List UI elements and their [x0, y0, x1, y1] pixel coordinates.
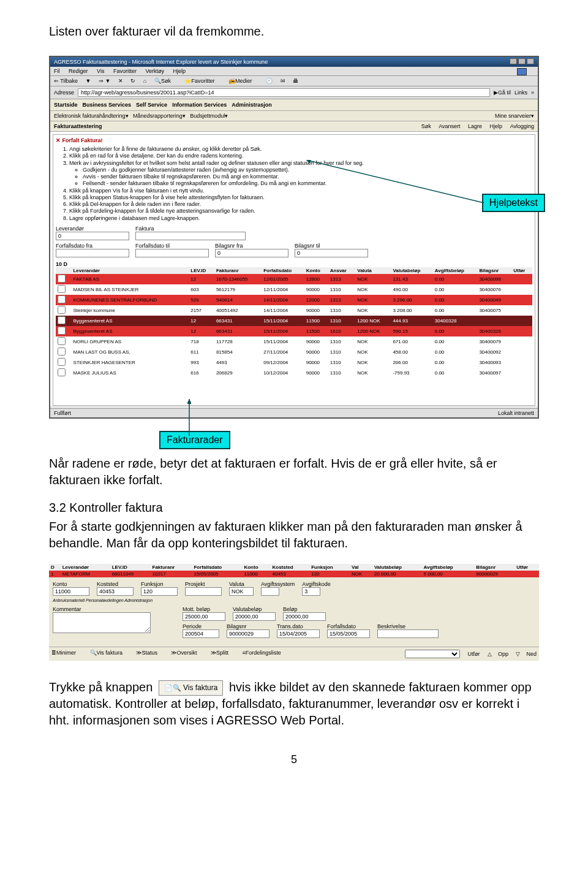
bel-input[interactable] [283, 612, 326, 621]
topnav-self[interactable]: Self Service [136, 102, 167, 108]
status-left: Fullført [54, 410, 71, 416]
min-icon[interactable] [510, 58, 517, 64]
valuta-input[interactable] [229, 587, 254, 596]
row-checkbox[interactable] [58, 316, 66, 324]
kontering-form: Konto Koststed Funksjon Prosjekt Valuta … [49, 577, 539, 647]
mail-icon[interactable]: ✉ [281, 78, 285, 84]
table-row[interactable]: FAKTAB AS121670-134605512/01/20051280013… [56, 274, 532, 284]
row-checkbox[interactable] [58, 295, 66, 303]
fwd-button[interactable]: ⇒ ▼ [99, 78, 110, 84]
act-avlogging[interactable]: Avlogging [510, 123, 534, 129]
tb-ned[interactable]: ▽Ned [516, 651, 537, 657]
close-icon[interactable] [527, 58, 534, 64]
tb-oversikt[interactable]: ≫Oversikt [171, 650, 203, 656]
til-label: Forfallsdato til [135, 243, 209, 249]
menu-fav[interactable]: Favoritter [113, 68, 137, 74]
screenshot-2-wrap: DLeverandørLEV.IDFakturanrForfallsdatoKo… [49, 564, 539, 661]
row-checkbox[interactable] [58, 327, 66, 335]
table-row[interactable]: Byggesenteret AS1266343115/11/2004115001… [56, 326, 532, 336]
col-header: Konto [242, 564, 270, 571]
table-row[interactable]: MASKE JULIUS AS61620682910/12/2004900001… [56, 368, 532, 378]
tb-fordeling[interactable]: ≡Fordelingsliste [243, 650, 287, 656]
tb-status[interactable]: ≫Status [136, 650, 164, 656]
mott-input[interactable] [183, 612, 225, 621]
vis-faktura-button[interactable]: 📄🔍Vis faktura [159, 680, 223, 695]
subnav-budsjett[interactable]: Budsjettmodul▾ [190, 113, 228, 119]
menu-hjelp[interactable]: Hjelp [173, 68, 186, 74]
search-button[interactable]: 🔍Søk [154, 78, 177, 84]
fak-input[interactable] [135, 232, 246, 240]
tb-visfaktura[interactable]: 🔍Vis faktura [90, 650, 129, 656]
stop-icon[interactable]: ✕ [118, 78, 123, 84]
address-input[interactable] [78, 88, 490, 97]
bil-label: Bilagsnr [227, 623, 270, 629]
crumb-row: Fakturaattestering Søk Avansert Lagre Hj… [50, 121, 538, 132]
trd-input[interactable] [277, 629, 320, 638]
topnav-info[interactable]: Information Services [172, 102, 227, 108]
fav-button[interactable]: ⭐Favoritter [184, 78, 221, 84]
history-icon[interactable]: 🕘 [266, 78, 273, 84]
table-row[interactable]: STEINKJER HAGESENTER993449309/12/2004900… [56, 357, 532, 368]
subnav-maaned[interactable]: Månedsrapportering▾ [133, 113, 186, 119]
menu-verktoy[interactable]: Verktøy [145, 68, 164, 74]
row-checkbox[interactable] [58, 368, 66, 376]
table-row[interactable]: KOMMUNENES SENTRALFORBUND52654061414/11/… [56, 295, 532, 305]
media-button[interactable]: 📻Medier [228, 78, 258, 84]
prosjekt-input[interactable] [185, 587, 222, 596]
row-checkbox[interactable] [58, 358, 66, 366]
fak-label: Faktura [135, 226, 246, 232]
avgkode-input[interactable] [302, 587, 320, 596]
menu-fil[interactable]: Fil [54, 68, 60, 74]
btil-input[interactable] [295, 249, 368, 257]
tb-select[interactable] [405, 650, 460, 658]
kommentar-input[interactable] [53, 612, 151, 633]
act-hjelp[interactable]: Hjelp [490, 123, 503, 129]
act-sok[interactable]: Søk [421, 123, 431, 129]
refresh-icon[interactable]: ↻ [130, 78, 135, 84]
row-checkbox[interactable] [58, 337, 66, 345]
konto-input[interactable] [53, 587, 89, 596]
valbel-input[interactable] [233, 612, 276, 621]
row-checkbox[interactable] [58, 285, 66, 293]
links-label[interactable]: Links [514, 89, 527, 96]
table-row[interactable]: MAN LAST OG BUSS AS,61181585427/11/20049… [56, 347, 532, 357]
table-row[interactable]: MADSEN BIL AS STEINKJER603561217912/11/2… [56, 284, 532, 295]
tb-minimer[interactable]: ≣Minimer [51, 650, 82, 656]
row-checkbox[interactable] [58, 275, 66, 283]
til-input[interactable] [135, 249, 209, 257]
lev-input[interactable] [56, 232, 129, 240]
menu-vis[interactable]: Vis [97, 68, 104, 74]
act-avansert[interactable]: Avansert [439, 123, 460, 129]
funksjon-input[interactable] [141, 587, 178, 596]
tb-splitt[interactable]: ≫Splitt [211, 650, 235, 656]
fra-input[interactable] [56, 249, 129, 257]
per-input[interactable] [183, 629, 219, 638]
table-row[interactable]: Byggesenteret AS1266343115/11/2004115001… [56, 316, 532, 326]
tb-opp[interactable]: △Opp [488, 651, 508, 657]
table-row[interactable]: NORLI GRUPPEN AS71811772815/11/200490000… [56, 336, 532, 347]
home-icon[interactable]: ⌂ [143, 78, 146, 84]
menu-rediger[interactable]: Rediger [69, 68, 88, 74]
row-checkbox[interactable] [58, 348, 66, 355]
koststed-input[interactable] [97, 587, 134, 596]
subnav-snarveier[interactable]: Mine snarveier▾ [495, 113, 534, 119]
table-row[interactable]: Steinkjer kommune21574005149214/11/20049… [56, 305, 532, 316]
bfra-input[interactable] [215, 249, 288, 257]
bil-input[interactable] [227, 629, 270, 638]
col-header: Valutabeløp [391, 267, 432, 274]
avgsys-input[interactable] [261, 587, 279, 596]
act-lagre[interactable]: Lagre [468, 123, 482, 129]
back-button[interactable]: ⇐ Tilbake ▼ [54, 78, 91, 84]
besk-input[interactable] [377, 629, 439, 638]
max-icon[interactable] [518, 58, 526, 64]
tb-utfor[interactable]: Utfør [467, 651, 480, 657]
topnav-admin[interactable]: Administrasjon [232, 102, 272, 108]
topnav-business[interactable]: Business Services [83, 102, 132, 108]
print-icon[interactable]: 🖶 [293, 78, 298, 84]
go-button[interactable]: ▶Gå til [494, 89, 511, 96]
topnav-startside[interactable]: Startside [54, 102, 78, 108]
subnav-efaktura[interactable]: Elektronisk fakturahåndtering▾ [54, 113, 129, 119]
row-checkbox[interactable] [58, 306, 66, 314]
forf-input[interactable] [327, 629, 370, 638]
selected-row[interactable]: 1METAFORM680110491021715/05/200511000404… [49, 571, 539, 577]
